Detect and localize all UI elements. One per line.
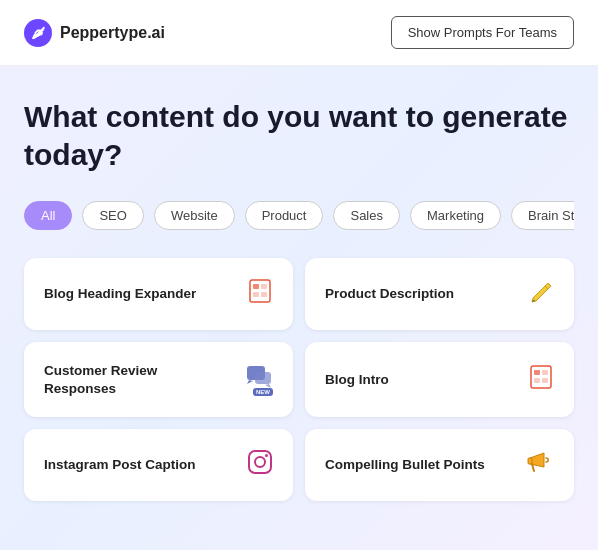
filter-chip-seo[interactable]: SEO <box>82 201 143 230</box>
svg-rect-11 <box>542 378 548 383</box>
logo-text: Peppertype.ai <box>60 24 165 42</box>
megaphone-icon <box>526 449 554 481</box>
logo-area: 🌶 Peppertype.ai <box>24 19 165 47</box>
svg-rect-9 <box>542 370 548 375</box>
svg-rect-12 <box>249 451 271 473</box>
filter-chip-product[interactable]: Product <box>245 201 324 230</box>
logo-icon: 🌶 <box>24 19 52 47</box>
card-title: Instagram Post Caption <box>44 456 196 474</box>
svg-rect-10 <box>534 378 540 383</box>
document-icon <box>247 278 273 310</box>
card-blog-intro[interactable]: Blog Intro <box>305 342 574 417</box>
svg-rect-8 <box>534 370 540 375</box>
svg-rect-7 <box>531 366 551 388</box>
pencil-icon <box>528 278 554 310</box>
filter-chip-sales[interactable]: Sales <box>333 201 400 230</box>
filter-chip-all[interactable]: All <box>24 201 72 230</box>
card-instagram[interactable]: Instagram Post Caption <box>24 429 293 501</box>
card-title: Compelling Bullet Points <box>325 456 485 474</box>
card-title: Blog Intro <box>325 371 389 389</box>
show-teams-button[interactable]: Show Prompts For Teams <box>391 16 574 49</box>
filter-bar: All SEO Website Product Sales Marketing … <box>24 201 574 234</box>
page-headline: What content do you want to generate tod… <box>24 98 574 173</box>
card-customer-review[interactable]: Customer Review Responses NEW <box>24 342 293 417</box>
svg-rect-4 <box>261 292 267 297</box>
card-title: Blog Heading Expander <box>44 285 196 303</box>
card-blog-heading[interactable]: Blog Heading Expander <box>24 258 293 330</box>
filter-chip-brain-storming[interactable]: Brain Storming <box>511 201 574 230</box>
svg-rect-0 <box>250 280 270 302</box>
svg-rect-2 <box>261 284 267 289</box>
filter-chip-marketing[interactable]: Marketing <box>410 201 501 230</box>
svg-rect-1 <box>253 284 259 289</box>
cards-grid: Blog Heading Expander Product Descriptio… <box>24 258 574 501</box>
card-title: Product Description <box>325 285 454 303</box>
svg-rect-15 <box>528 458 532 464</box>
new-badge: NEW <box>253 388 273 396</box>
card-product-desc[interactable]: Product Description <box>305 258 574 330</box>
main-content: What content do you want to generate tod… <box>0 66 598 521</box>
card-title: Customer Review Responses <box>44 362 204 397</box>
svg-point-14 <box>265 454 268 457</box>
card-bullet-points[interactable]: Compelling Bullet Points <box>305 429 574 501</box>
svg-rect-6 <box>255 372 271 384</box>
document-icon <box>528 364 554 396</box>
instagram-icon <box>247 449 273 481</box>
svg-rect-3 <box>253 292 259 297</box>
filter-chip-website[interactable]: Website <box>154 201 235 230</box>
app-header: 🌶 Peppertype.ai Show Prompts For Teams <box>0 0 598 66</box>
chat-icon: NEW <box>245 364 273 396</box>
svg-point-13 <box>255 457 265 467</box>
